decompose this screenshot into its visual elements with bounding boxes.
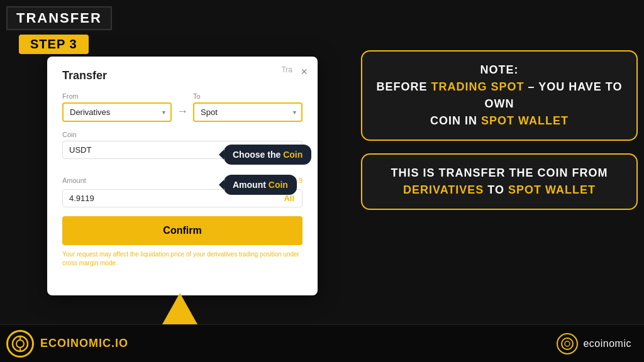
logo-right-icon	[557, 333, 578, 354]
note1-highlight2: SPOT WALLET	[481, 114, 569, 127]
tooltip-choose-coin: Choose the Coin	[224, 145, 311, 165]
note-box-2: THIS IS TRANSFER THE COIN FROM DERIVATIV…	[361, 153, 638, 210]
tooltip-choose-highlight: Coin	[283, 150, 303, 160]
logo-left-text: ECOINOMIC.IO	[40, 337, 128, 350]
modal-tab-hint: Tra	[281, 65, 292, 74]
bottom-bar: ECOINOMIC.IO ecoinomic	[0, 324, 644, 362]
transfer-badge: TRANSFER	[6, 6, 112, 30]
to-label: To	[193, 92, 303, 100]
from-group: From Derivatives	[62, 92, 172, 122]
tooltip-choose-prefix: Choose the	[233, 150, 283, 160]
note1-highlight1: TRADING SPOT	[431, 80, 524, 93]
note-text-2: THIS IS TRANSFER THE COIN FROM DERIVATIV…	[375, 165, 624, 199]
note2-highlight2: SPOT WALLET	[508, 184, 596, 196]
tooltip-amount-prefix: Amount	[233, 180, 269, 190]
svg-point-1	[16, 340, 24, 348]
to-select[interactable]: Spot	[193, 102, 303, 122]
note2-highlight1: DERIVATIVES	[403, 184, 484, 196]
up-arrow-icon	[162, 293, 197, 324]
svg-point-4	[562, 338, 573, 349]
tooltip-amount-highlight: Coin	[269, 180, 288, 190]
note-box-1: NOTE: BEFORE TRADING SPOT – YOU HAVE TO …	[361, 50, 638, 141]
confirm-button[interactable]: Confirm	[62, 216, 303, 245]
logo-right: ecoinomic	[557, 333, 631, 354]
to-group: To Spot	[193, 92, 303, 122]
amount-label: Amount	[62, 177, 86, 184]
from-label: From	[62, 92, 172, 100]
note-text-1: NOTE: BEFORE TRADING SPOT – YOU HAVE TO …	[375, 62, 624, 129]
logo-left: ECOINOMIC.IO	[6, 330, 128, 358]
logo-left-icon	[6, 330, 34, 358]
warning-text: Your request may affect the liquidation …	[62, 250, 303, 268]
svg-point-5	[565, 341, 570, 346]
modal-title: Transfer	[62, 69, 303, 82]
from-to-row: From Derivatives → To Spot	[62, 92, 303, 122]
to-select-wrapper[interactable]: Spot	[193, 102, 303, 122]
step-badge: STEP 3	[19, 35, 89, 54]
close-button[interactable]: ×	[301, 65, 308, 79]
from-select-wrapper[interactable]: Derivatives	[62, 102, 172, 122]
transfer-arrow-icon: →	[177, 105, 188, 118]
from-select[interactable]: Derivatives	[62, 102, 172, 122]
logo-right-text: ecoinomic	[583, 338, 631, 349]
coin-label: Coin	[62, 131, 303, 138]
right-panel: NOTE: BEFORE TRADING SPOT – YOU HAVE TO …	[361, 50, 638, 210]
tooltip-amount-coin: Amount Coin	[224, 175, 297, 195]
